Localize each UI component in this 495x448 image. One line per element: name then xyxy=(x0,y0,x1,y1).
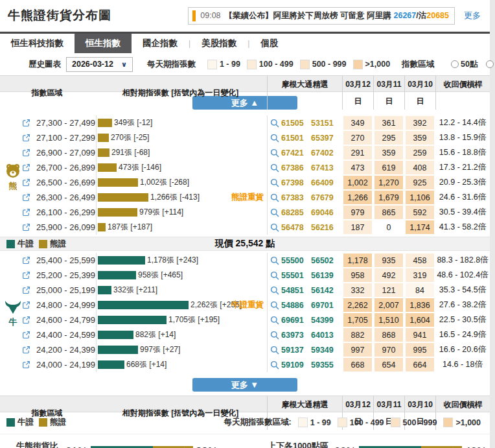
warrant-code[interactable]: 55501 xyxy=(281,271,311,280)
warrant-code[interactable]: 54399 xyxy=(311,316,342,325)
index-range: 25,900 - 26,099 xyxy=(36,222,96,232)
contracts-bar xyxy=(98,178,138,187)
warrant-code[interactable]: 69701 xyxy=(311,301,342,310)
warrant-code[interactable]: 59109 xyxy=(281,360,311,370)
date-value-cell: 925 xyxy=(406,176,434,189)
external-link-icon[interactable] xyxy=(22,119,36,127)
contracts-bar xyxy=(98,301,189,309)
index-range: 24,000 - 24,199 xyxy=(36,360,96,370)
contracts-bar-cell: 1,266張 [-413]熊證重貨 xyxy=(96,190,267,205)
external-link-icon[interactable] xyxy=(22,360,36,369)
search-icon[interactable] xyxy=(267,160,281,175)
filter-bar: 歷史圖表 2026-03-12 ∨ 每天期指張數 1 - 99100 - 499… xyxy=(0,53,490,75)
external-link-icon[interactable] xyxy=(22,148,36,157)
level-swatch xyxy=(298,418,308,427)
tab-恒生科技指數[interactable]: 恒生科技指數 xyxy=(0,34,75,53)
search-icon[interactable] xyxy=(267,220,281,235)
warrant-code[interactable]: 59349 xyxy=(311,346,342,355)
warrant-code[interactable]: 56502 xyxy=(311,256,342,265)
external-link-icon[interactable] xyxy=(22,316,36,324)
external-link-icon[interactable] xyxy=(22,223,36,231)
radio-50點[interactable] xyxy=(451,60,459,68)
external-link-icon[interactable] xyxy=(22,134,36,142)
warrant-code[interactable]: 63973 xyxy=(281,331,311,340)
warrant-code[interactable]: 54886 xyxy=(281,301,311,310)
news-call-code[interactable]: 26267 xyxy=(393,11,416,20)
warrant-code[interactable]: 59355 xyxy=(311,360,342,370)
radio-100點[interactable] xyxy=(486,60,494,68)
warrant-code[interactable]: 69046 xyxy=(311,208,342,217)
tab-個股[interactable]: 個股 xyxy=(249,34,289,53)
bear-legend-label: 熊證 xyxy=(50,417,66,428)
warrant-code[interactable]: 55500 xyxy=(281,256,311,265)
history-date-dropdown[interactable]: 2026-03-12 ∨ xyxy=(66,57,133,72)
tab-國企指數[interactable]: 國企指數 xyxy=(132,34,189,53)
news-put-code[interactable]: 20685 xyxy=(426,11,449,20)
search-icon[interactable] xyxy=(267,175,281,190)
level-swatch xyxy=(353,60,363,69)
search-icon[interactable] xyxy=(267,130,281,145)
tab-恒生指數[interactable]: 恒生指數 xyxy=(75,34,132,53)
warrant-code[interactable]: 56216 xyxy=(311,223,342,232)
external-link-icon[interactable] xyxy=(22,163,36,172)
col-header-date2: 03月11日 xyxy=(373,76,404,110)
contracts-bar-cell: 1,002張 [-268] xyxy=(96,175,267,190)
bull-row: 24,200 - 24,399997張 [+27]591375934999797… xyxy=(0,342,490,357)
warrant-code[interactable]: 66409 xyxy=(311,178,342,187)
search-icon[interactable] xyxy=(267,312,281,327)
level-swatch-label: 500 - 999 xyxy=(403,418,437,427)
tab-美股指數[interactable]: 美股指數 xyxy=(190,34,248,53)
index-range: 25,200 - 25,399 xyxy=(36,270,96,280)
warrant-code[interactable]: 67421 xyxy=(281,148,311,158)
warrant-code[interactable]: 68285 xyxy=(281,208,311,217)
search-icon[interactable] xyxy=(267,145,281,160)
warrant-code[interactable]: 61501 xyxy=(281,134,311,143)
warrant-code[interactable]: 54851 xyxy=(281,286,311,295)
search-icon[interactable] xyxy=(267,283,281,298)
level-swatch-label: >1,000 xyxy=(455,418,481,427)
warrant-code[interactable]: 65397 xyxy=(311,134,342,143)
warrant-code[interactable]: 56142 xyxy=(311,286,342,295)
warrant-code[interactable]: 53151 xyxy=(311,119,342,128)
col-header-region: 指數區域 xyxy=(0,84,94,101)
warrant-code[interactable]: 67413 xyxy=(311,163,342,172)
search-icon[interactable] xyxy=(267,268,281,283)
warrant-code[interactable]: 67386 xyxy=(281,163,311,172)
external-link-icon[interactable] xyxy=(22,301,36,309)
external-link-icon[interactable] xyxy=(22,256,36,265)
callback-leverage: 16.5 - 24.9倍 xyxy=(435,329,490,340)
level-swatch-label: 100 - 499 xyxy=(350,418,384,427)
search-icon[interactable] xyxy=(267,327,281,342)
warrant-code[interactable]: 67402 xyxy=(311,148,342,158)
warrant-code[interactable]: 61505 xyxy=(281,119,311,128)
table-header-bottom: 指數區域 相對期指張數 [括號內為一日變化] 摩根大通精選 03月12日 03月… xyxy=(0,395,490,412)
warrant-code[interactable]: 64013 xyxy=(311,331,342,340)
search-icon[interactable] xyxy=(267,205,281,220)
search-icon[interactable] xyxy=(267,115,281,130)
external-link-icon[interactable] xyxy=(22,193,36,202)
bear-section-char: 熊 xyxy=(5,182,21,191)
warrant-code[interactable]: 67679 xyxy=(311,193,342,202)
news-ticker[interactable]: 09:08 【業績公布】阿里將於下周放榜 可留意 阿里購 26267 /沽 20… xyxy=(188,7,455,25)
external-link-icon[interactable] xyxy=(22,331,36,339)
warrant-code[interactable]: 67398 xyxy=(281,178,311,187)
warrant-code[interactable]: 56139 xyxy=(311,271,342,280)
external-link-icon[interactable] xyxy=(22,178,36,187)
more-down-button[interactable]: 更多 ▼ xyxy=(192,378,297,392)
search-icon[interactable] xyxy=(267,253,281,268)
external-link-icon[interactable] xyxy=(22,271,36,279)
warrant-code[interactable]: 67383 xyxy=(281,193,311,202)
search-icon[interactable] xyxy=(267,190,281,205)
external-link-icon[interactable] xyxy=(22,346,36,354)
external-link-icon[interactable] xyxy=(22,208,36,217)
warrant-code[interactable]: 59137 xyxy=(281,346,311,355)
level-swatch-label: 100 - 499 xyxy=(259,60,294,69)
search-icon[interactable] xyxy=(267,357,281,372)
search-icon[interactable] xyxy=(267,298,281,312)
news-more-link[interactable]: 更多 xyxy=(464,10,481,21)
search-icon[interactable] xyxy=(267,342,281,357)
warrant-code[interactable]: 56478 xyxy=(281,223,311,232)
external-link-icon[interactable] xyxy=(22,286,36,294)
warrant-code[interactable]: 69691 xyxy=(281,316,311,325)
index-range: 26,100 - 26,299 xyxy=(36,207,96,217)
